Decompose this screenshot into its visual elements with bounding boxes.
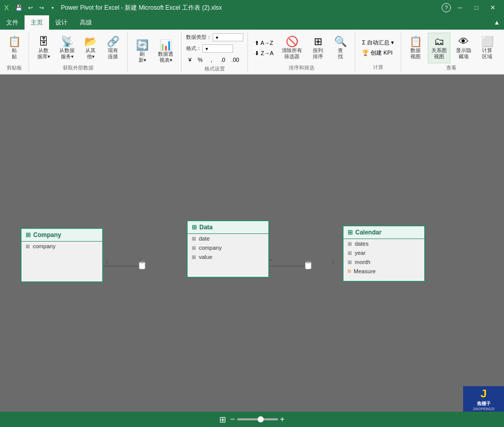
calendar-table[interactable]: Calendar ▦ dates ▦ year ▦ month fx Measu… — [342, 225, 425, 282]
autosum-button[interactable]: Σ 自动汇总 ▾ — [359, 38, 397, 48]
calendar-field-dates[interactable]: ▦ dates — [343, 239, 424, 248]
data-view-label: 数据透视表▾ — [158, 51, 173, 63]
zoom-out-button[interactable]: − — [230, 415, 235, 424]
from-other-button[interactable]: 📂 从其他▾ — [80, 33, 101, 63]
watermark-letter: J — [480, 387, 487, 400]
show-hidden-button[interactable]: 👁 显示隐藏项 — [452, 33, 475, 63]
data-field-value[interactable]: ▦ value — [188, 252, 268, 262]
data-field-company[interactable]: ▦ company — [188, 243, 268, 252]
sort-az-button[interactable]: ⬆ A→Z — [252, 38, 276, 48]
company-table-spacer — [21, 251, 102, 281]
title-bar-left: X 💾 ↩ ↪ ▾ Power Pivot for Excel - 新建 Mic… — [4, 3, 222, 13]
data-view-icon: 📊 — [159, 40, 172, 50]
sort-filter-content: ⬆ A→Z ⬇ Z→A 🚫 清除所有筛选器 ⊞ 按列排序 🔍 查找 — [252, 33, 351, 63]
data-view-toggle-button[interactable]: 📋 数据视图 — [405, 33, 426, 63]
from-database-label: 从数据库▾ — [37, 48, 50, 60]
sort-buttons-col: ⬆ A→Z ⬇ Z→A — [252, 38, 276, 58]
diagram-view-icon: 🗂 — [434, 36, 444, 46]
data-company-field-name: company — [199, 245, 222, 251]
status-bar-center: ⊞ − + — [219, 415, 285, 424]
calendar-field-month[interactable]: ▦ month — [343, 257, 424, 267]
existing-connection-button[interactable]: 🔗 现有连接 — [103, 33, 123, 63]
clear-filters-label: 清除所有筛选器 — [282, 48, 302, 60]
minimize-button[interactable]: ─ — [453, 3, 467, 13]
window-title: Power Pivot for Excel - 新建 Microsoft Exc… — [61, 4, 222, 12]
data-field-date[interactable]: ▦ date — [188, 234, 268, 243]
fit-to-screen-icon[interactable]: ⊞ — [219, 415, 226, 424]
value-field-name: value — [199, 254, 212, 260]
view-content: 📋 数据视图 🗂 关系图视图 👁 显示隐藏项 ⬜ 计算区域 — [405, 33, 497, 63]
decimal-increase-button[interactable]: .00 — [229, 55, 242, 64]
from-database-button[interactable]: 🗄 从数据库▾ — [33, 33, 54, 63]
data-table-icon — [192, 224, 197, 231]
currency-button[interactable]: ¥ — [186, 55, 194, 64]
company-field-icon: ▦ — [26, 244, 30, 249]
find-label: 查找 — [338, 48, 343, 60]
data-view-toggle-label: 数据视图 — [410, 48, 421, 60]
comma-button[interactable]: ， — [206, 55, 217, 64]
undo-button[interactable]: ↩ — [25, 3, 35, 13]
help-button[interactable]: ? — [442, 3, 451, 12]
watermark-subtext: JIAOPENGZI — [473, 407, 494, 411]
find-button[interactable]: 🔍 查找 — [330, 33, 351, 63]
refresh-button[interactable]: 🔄 刷新▾ — [132, 36, 152, 67]
watermark-text: 焦棚子 — [477, 400, 491, 407]
format-dropdown[interactable]: ▾ — [202, 44, 233, 53]
calendar-table-title: Calendar — [355, 229, 381, 236]
calc-area-button[interactable]: ⬜ 计算区域 — [477, 33, 497, 63]
calendar-field-year[interactable]: ▦ year — [343, 248, 424, 257]
company-field-name: company — [33, 243, 56, 249]
tab-home[interactable]: 主页 — [25, 15, 49, 30]
data-service-icon: 📡 — [61, 36, 74, 46]
zoom-in-button[interactable]: + — [280, 415, 285, 424]
calendar-field-measure[interactable]: fx Measure — [343, 267, 424, 276]
clear-filters-button[interactable]: 🚫 清除所有筛选器 — [278, 33, 306, 63]
data-table-header: Data — [188, 221, 268, 234]
company-table[interactable]: Company ▦ company — [20, 228, 103, 282]
format-chevron: ▾ — [205, 46, 208, 52]
format-row: 格式： ▾ — [186, 44, 233, 53]
tab-file[interactable]: 文件 — [0, 15, 25, 30]
data-company-field-icon: ▦ — [192, 245, 196, 250]
redo-button[interactable]: ↪ — [36, 3, 47, 13]
tab-advanced[interactable]: 高级 — [74, 15, 98, 30]
many-label-2: * — [269, 257, 272, 265]
app-icon: X — [4, 4, 9, 12]
status-bar: ⊞ − + — [0, 412, 504, 427]
create-kpi-button[interactable]: 🏆 创建 KPI — [359, 49, 395, 58]
qat-dropdown-button[interactable]: ▾ — [48, 3, 58, 13]
maximize-button[interactable]: □ — [469, 3, 484, 13]
data-type-dropdown[interactable]: ▾ — [213, 33, 243, 41]
filter-col-label: 按列排序 — [313, 48, 323, 60]
zoom-slider[interactable] — [237, 418, 278, 420]
percent-button[interactable]: % — [195, 55, 205, 64]
ribbon-collapse[interactable]: ▲ — [494, 15, 504, 30]
data-view-button[interactable]: 📊 数据透视表▾ — [154, 36, 177, 67]
filter-col-icon: ⊞ — [314, 36, 323, 46]
ribbon-group-paste: 📋 粘贴 剪贴板 — [0, 32, 29, 72]
calendar-table-header: Calendar — [343, 226, 424, 239]
from-other-label: 从其他▾ — [85, 48, 96, 60]
tab-design[interactable]: 设计 — [49, 15, 74, 30]
decimal-decrease-button[interactable]: .0 — [218, 55, 227, 64]
data-table-spacer — [188, 262, 268, 277]
sort-za-button[interactable]: ⬇ Z→A — [252, 49, 276, 58]
paste-button[interactable]: 📋 粘贴 — [4, 33, 25, 63]
save-button[interactable]: 💾 — [14, 3, 24, 13]
ribbon-content: 📋 粘贴 剪贴板 🗄 从数据库▾ 📡 从数据服务▾ 📂 从其他▾ 🔗 现有连接 — [0, 30, 504, 75]
view-label: 查看 — [446, 64, 456, 72]
company-field-company[interactable]: ▦ company — [21, 242, 102, 251]
ribbon-group-format: 数据类型： ▾ 格式： ▾ ¥ % ， .0 .00 格式设 — [181, 32, 248, 72]
diagram-view-button[interactable]: 🗂 关系图视图 — [428, 33, 450, 63]
format-buttons-row: ¥ % ， .0 .00 — [186, 55, 242, 64]
find-icon: 🔍 — [334, 36, 347, 46]
show-hidden-label: 显示隐藏项 — [456, 48, 471, 60]
measure-field-icon: fx — [348, 269, 351, 274]
data-table[interactable]: Data ▦ date ▦ company ▦ value — [187, 220, 269, 278]
paste-group-content: 📋 粘贴 — [4, 33, 25, 63]
filter-by-column-button[interactable]: ⊞ 按列排序 — [308, 33, 328, 63]
paste-group-label: 剪贴板 — [7, 64, 22, 72]
value-field-icon: ▦ — [192, 254, 196, 259]
from-data-service-button[interactable]: 📡 从数据服务▾ — [56, 33, 78, 63]
close-button[interactable]: ✕ — [486, 3, 500, 13]
